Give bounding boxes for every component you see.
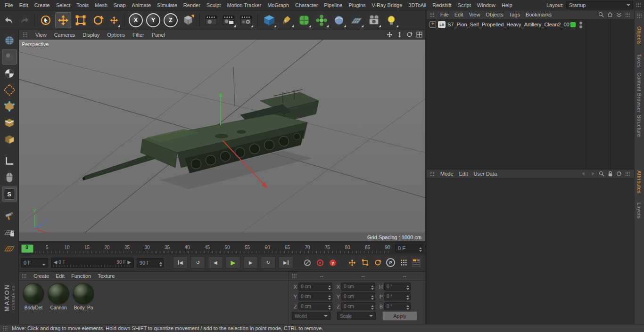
render-view-button[interactable] [203,12,219,28]
panel-grip-icon[interactable] [637,13,642,18]
stepper-icon[interactable] [328,294,331,301]
om-menu-tags[interactable]: Tags [509,12,520,17]
record-position-toggle[interactable] [347,257,357,268]
end-frame-field[interactable]: 90 F [137,258,164,267]
x-axis-lock-button[interactable]: X [128,12,144,28]
material-preview-sphere[interactable] [48,283,69,304]
menu-script[interactable]: Script [458,2,471,8]
rotation-p-field[interactable]: 0 ° [384,292,411,300]
move-tool-button[interactable] [55,12,71,28]
tab-layers[interactable]: Layers [636,202,642,219]
history-back-icon[interactable] [581,171,586,176]
rotate-view-icon[interactable] [406,32,413,38]
mat-menu-texture[interactable]: Texture [98,273,115,279]
last-tool-button[interactable] [107,12,121,28]
add-floor-button[interactable] [348,12,364,28]
undo-button[interactable] [3,12,16,28]
menu-animate[interactable]: Animate [132,2,151,8]
lock-icon[interactable] [608,171,613,177]
search-icon[interactable] [599,171,604,177]
panel-grip-icon[interactable] [23,32,28,37]
points-mode-button[interactable] [2,99,17,114]
menu-file[interactable]: File [5,2,13,8]
tab-structure[interactable]: Structure [636,115,642,137]
record-active-objects-button[interactable] [315,257,325,268]
panel-grip-icon[interactable] [429,12,435,17]
enable-axis-button[interactable] [2,154,17,169]
menu-window[interactable]: Window [477,2,495,8]
record-pla-toggle[interactable] [398,257,408,268]
layout-select[interactable]: Startup [566,1,633,9]
apply-button[interactable]: Apply [382,311,417,321]
panel-menu-icon[interactable] [625,12,630,17]
vp-menu-display[interactable]: Display [83,32,99,38]
previous-key-button[interactable]: ↺ [190,256,205,269]
view-label[interactable]: Perspective [22,41,49,47]
add-subdivision-surface-button[interactable] [296,12,312,28]
record-scale-toggle[interactable] [360,257,370,268]
render-visibility-dot[interactable] [579,25,582,28]
scale-tool-button[interactable] [73,12,89,28]
position-x-field[interactable]: 0 cm [298,283,332,291]
edges-mode-button[interactable] [2,115,17,130]
next-frame-button[interactable]: ▶ [243,256,258,269]
viewport[interactable]: Y X Z Perspective Grid Spacing : 1000 cm [19,40,425,241]
object-row[interactable]: + L0 S7_Pion_Self_Propelled_Heavy_Artill… [427,19,634,28]
vp-menu-filter[interactable]: Filter [132,32,144,38]
menu-sculpt[interactable]: Sculpt [206,2,221,8]
material-preview-sphere[interactable] [73,283,94,304]
object-name[interactable]: S7_Pion_Self_Propelled_Heavy_Artillery_C… [447,22,572,27]
stepper-icon[interactable] [406,284,409,292]
menu-pipeline[interactable]: Pipeline [324,2,342,8]
y-axis-lock-button[interactable]: Y [145,12,161,28]
polygons-mode-button[interactable] [2,132,17,147]
pan-view-icon[interactable] [387,32,393,38]
add-sky-button[interactable] [331,12,347,28]
search-icon[interactable] [598,12,604,17]
tab-objects[interactable]: Objects [636,26,642,45]
stepper-icon[interactable] [419,246,422,253]
rotation-h-field[interactable]: 0 ° [384,283,411,291]
coordinate-mode-select[interactable]: World [292,312,330,320]
menu-mesh[interactable]: Mesh [95,2,107,8]
powerslider-options-button[interactable] [412,257,421,268]
stepper-icon[interactable] [371,304,374,311]
menu-mograph[interactable]: MoGraph [267,2,289,8]
coordinate-system-button[interactable] [180,12,196,28]
record-rotation-toggle[interactable] [373,257,383,268]
tab-takes[interactable]: Takes [636,54,642,68]
go-to-end-button[interactable]: ▶ [279,256,293,269]
timeline-ruler[interactable]: 0 5 10 15 20 25 30 35 40 45 50 55 60 65 … [19,242,425,254]
vp-menu-options[interactable]: Options [107,32,125,38]
add-spline-pen-button[interactable] [279,12,295,28]
tab-content-browser[interactable]: Content Browser [636,73,642,113]
stepper-icon[interactable] [371,284,374,292]
stepper-icon[interactable] [406,294,409,301]
menu-select[interactable]: Select [56,2,71,8]
live-selection-button[interactable] [38,12,54,28]
vp-menu-view[interactable]: View [35,32,47,38]
next-key-button[interactable]: ↻ [261,256,275,269]
position-z-field[interactable]: 0 cm [298,302,332,310]
stepper-icon[interactable] [406,304,409,311]
toggle-view-icon[interactable] [416,32,422,38]
texture-mode-button[interactable] [2,66,17,81]
model-mode-button[interactable] [2,49,17,65]
editor-visibility-dot[interactable] [579,22,582,24]
om-menu-objects[interactable]: Objects [486,12,503,17]
size-mode-select[interactable]: Scale [337,312,376,320]
stepper-icon[interactable] [328,304,331,311]
material-item[interactable]: Body_Pa [72,283,95,310]
menu-motion-tracker[interactable]: Motion Tracker [227,2,261,8]
paint-tool-button[interactable] [2,208,17,223]
om-menu-file[interactable]: File [440,12,449,17]
render-settings-button[interactable] [238,12,254,28]
material-item[interactable]: Cannon [47,283,70,310]
render-to-picture-viewer-button[interactable] [221,12,237,28]
tab-attributes[interactable]: Attributes [636,170,642,194]
stepper-icon[interactable] [328,284,331,292]
rotate-tool-button[interactable] [90,12,106,28]
history-forward-icon[interactable] [590,171,595,176]
workplane-mode-button[interactable] [2,82,17,97]
play-button[interactable]: ▶ [226,256,240,269]
